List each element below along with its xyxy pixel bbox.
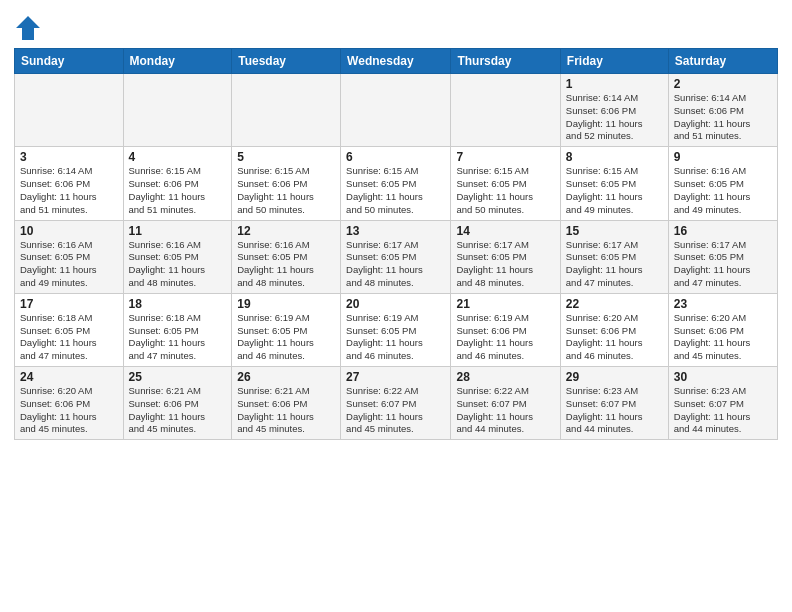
day-cell: 18Sunrise: 6:18 AM Sunset: 6:05 PM Dayli… <box>123 293 232 366</box>
day-cell: 24Sunrise: 6:20 AM Sunset: 6:06 PM Dayli… <box>15 367 124 440</box>
day-cell: 29Sunrise: 6:23 AM Sunset: 6:07 PM Dayli… <box>560 367 668 440</box>
day-cell: 30Sunrise: 6:23 AM Sunset: 6:07 PM Dayli… <box>668 367 777 440</box>
day-info: Sunrise: 6:15 AM Sunset: 6:06 PM Dayligh… <box>237 165 335 216</box>
day-cell: 23Sunrise: 6:20 AM Sunset: 6:06 PM Dayli… <box>668 293 777 366</box>
day-info: Sunrise: 6:23 AM Sunset: 6:07 PM Dayligh… <box>566 385 663 436</box>
day-number: 30 <box>674 370 772 384</box>
day-info: Sunrise: 6:20 AM Sunset: 6:06 PM Dayligh… <box>20 385 118 436</box>
day-cell: 28Sunrise: 6:22 AM Sunset: 6:07 PM Dayli… <box>451 367 560 440</box>
day-cell: 25Sunrise: 6:21 AM Sunset: 6:06 PM Dayli… <box>123 367 232 440</box>
day-cell: 9Sunrise: 6:16 AM Sunset: 6:05 PM Daylig… <box>668 147 777 220</box>
day-cell <box>123 74 232 147</box>
day-cell: 2Sunrise: 6:14 AM Sunset: 6:06 PM Daylig… <box>668 74 777 147</box>
day-cell: 6Sunrise: 6:15 AM Sunset: 6:05 PM Daylig… <box>341 147 451 220</box>
day-info: Sunrise: 6:14 AM Sunset: 6:06 PM Dayligh… <box>20 165 118 216</box>
day-number: 3 <box>20 150 118 164</box>
day-number: 11 <box>129 224 227 238</box>
day-number: 29 <box>566 370 663 384</box>
day-info: Sunrise: 6:23 AM Sunset: 6:07 PM Dayligh… <box>674 385 772 436</box>
day-cell: 11Sunrise: 6:16 AM Sunset: 6:05 PM Dayli… <box>123 220 232 293</box>
day-cell: 8Sunrise: 6:15 AM Sunset: 6:05 PM Daylig… <box>560 147 668 220</box>
day-info: Sunrise: 6:18 AM Sunset: 6:05 PM Dayligh… <box>129 312 227 363</box>
day-cell: 1Sunrise: 6:14 AM Sunset: 6:06 PM Daylig… <box>560 74 668 147</box>
day-number: 28 <box>456 370 554 384</box>
day-number: 24 <box>20 370 118 384</box>
day-number: 6 <box>346 150 445 164</box>
week-row-4: 24Sunrise: 6:20 AM Sunset: 6:06 PM Dayli… <box>15 367 778 440</box>
day-info: Sunrise: 6:15 AM Sunset: 6:06 PM Dayligh… <box>129 165 227 216</box>
day-info: Sunrise: 6:18 AM Sunset: 6:05 PM Dayligh… <box>20 312 118 363</box>
day-cell: 14Sunrise: 6:17 AM Sunset: 6:05 PM Dayli… <box>451 220 560 293</box>
day-number: 27 <box>346 370 445 384</box>
day-cell: 15Sunrise: 6:17 AM Sunset: 6:05 PM Dayli… <box>560 220 668 293</box>
weekday-saturday: Saturday <box>668 49 777 74</box>
day-cell <box>451 74 560 147</box>
day-cell: 21Sunrise: 6:19 AM Sunset: 6:06 PM Dayli… <box>451 293 560 366</box>
day-cell <box>341 74 451 147</box>
day-cell: 12Sunrise: 6:16 AM Sunset: 6:05 PM Dayli… <box>232 220 341 293</box>
day-number: 10 <box>20 224 118 238</box>
day-info: Sunrise: 6:16 AM Sunset: 6:05 PM Dayligh… <box>237 239 335 290</box>
week-row-1: 3Sunrise: 6:14 AM Sunset: 6:06 PM Daylig… <box>15 147 778 220</box>
day-cell: 20Sunrise: 6:19 AM Sunset: 6:05 PM Dayli… <box>341 293 451 366</box>
day-cell: 27Sunrise: 6:22 AM Sunset: 6:07 PM Dayli… <box>341 367 451 440</box>
svg-marker-0 <box>16 16 40 40</box>
day-number: 23 <box>674 297 772 311</box>
day-number: 13 <box>346 224 445 238</box>
day-number: 19 <box>237 297 335 311</box>
day-info: Sunrise: 6:14 AM Sunset: 6:06 PM Dayligh… <box>566 92 663 143</box>
day-number: 17 <box>20 297 118 311</box>
weekday-wednesday: Wednesday <box>341 49 451 74</box>
day-number: 25 <box>129 370 227 384</box>
weekday-thursday: Thursday <box>451 49 560 74</box>
day-info: Sunrise: 6:17 AM Sunset: 6:05 PM Dayligh… <box>346 239 445 290</box>
calendar: SundayMondayTuesdayWednesdayThursdayFrid… <box>14 48 778 440</box>
day-info: Sunrise: 6:22 AM Sunset: 6:07 PM Dayligh… <box>346 385 445 436</box>
day-info: Sunrise: 6:17 AM Sunset: 6:05 PM Dayligh… <box>566 239 663 290</box>
day-number: 20 <box>346 297 445 311</box>
day-cell: 22Sunrise: 6:20 AM Sunset: 6:06 PM Dayli… <box>560 293 668 366</box>
weekday-monday: Monday <box>123 49 232 74</box>
day-cell: 16Sunrise: 6:17 AM Sunset: 6:05 PM Dayli… <box>668 220 777 293</box>
day-info: Sunrise: 6:21 AM Sunset: 6:06 PM Dayligh… <box>129 385 227 436</box>
weekday-sunday: Sunday <box>15 49 124 74</box>
day-info: Sunrise: 6:14 AM Sunset: 6:06 PM Dayligh… <box>674 92 772 143</box>
day-info: Sunrise: 6:20 AM Sunset: 6:06 PM Dayligh… <box>674 312 772 363</box>
day-number: 22 <box>566 297 663 311</box>
day-info: Sunrise: 6:16 AM Sunset: 6:05 PM Dayligh… <box>20 239 118 290</box>
day-cell <box>232 74 341 147</box>
week-row-0: 1Sunrise: 6:14 AM Sunset: 6:06 PM Daylig… <box>15 74 778 147</box>
day-number: 4 <box>129 150 227 164</box>
day-number: 9 <box>674 150 772 164</box>
header <box>14 10 778 42</box>
weekday-header-row: SundayMondayTuesdayWednesdayThursdayFrid… <box>15 49 778 74</box>
day-info: Sunrise: 6:15 AM Sunset: 6:05 PM Dayligh… <box>456 165 554 216</box>
day-info: Sunrise: 6:20 AM Sunset: 6:06 PM Dayligh… <box>566 312 663 363</box>
day-number: 5 <box>237 150 335 164</box>
day-info: Sunrise: 6:15 AM Sunset: 6:05 PM Dayligh… <box>346 165 445 216</box>
day-number: 7 <box>456 150 554 164</box>
day-number: 18 <box>129 297 227 311</box>
logo <box>14 14 46 42</box>
day-cell: 4Sunrise: 6:15 AM Sunset: 6:06 PM Daylig… <box>123 147 232 220</box>
day-number: 14 <box>456 224 554 238</box>
day-number: 8 <box>566 150 663 164</box>
weekday-tuesday: Tuesday <box>232 49 341 74</box>
day-cell: 7Sunrise: 6:15 AM Sunset: 6:05 PM Daylig… <box>451 147 560 220</box>
weekday-friday: Friday <box>560 49 668 74</box>
day-info: Sunrise: 6:15 AM Sunset: 6:05 PM Dayligh… <box>566 165 663 216</box>
day-number: 12 <box>237 224 335 238</box>
page: SundayMondayTuesdayWednesdayThursdayFrid… <box>0 0 792 612</box>
day-number: 16 <box>674 224 772 238</box>
day-cell: 5Sunrise: 6:15 AM Sunset: 6:06 PM Daylig… <box>232 147 341 220</box>
day-info: Sunrise: 6:17 AM Sunset: 6:05 PM Dayligh… <box>674 239 772 290</box>
day-info: Sunrise: 6:22 AM Sunset: 6:07 PM Dayligh… <box>456 385 554 436</box>
logo-icon <box>14 14 42 42</box>
day-info: Sunrise: 6:16 AM Sunset: 6:05 PM Dayligh… <box>129 239 227 290</box>
day-cell: 13Sunrise: 6:17 AM Sunset: 6:05 PM Dayli… <box>341 220 451 293</box>
day-number: 2 <box>674 77 772 91</box>
day-info: Sunrise: 6:17 AM Sunset: 6:05 PM Dayligh… <box>456 239 554 290</box>
day-cell: 19Sunrise: 6:19 AM Sunset: 6:05 PM Dayli… <box>232 293 341 366</box>
week-row-3: 17Sunrise: 6:18 AM Sunset: 6:05 PM Dayli… <box>15 293 778 366</box>
day-number: 1 <box>566 77 663 91</box>
